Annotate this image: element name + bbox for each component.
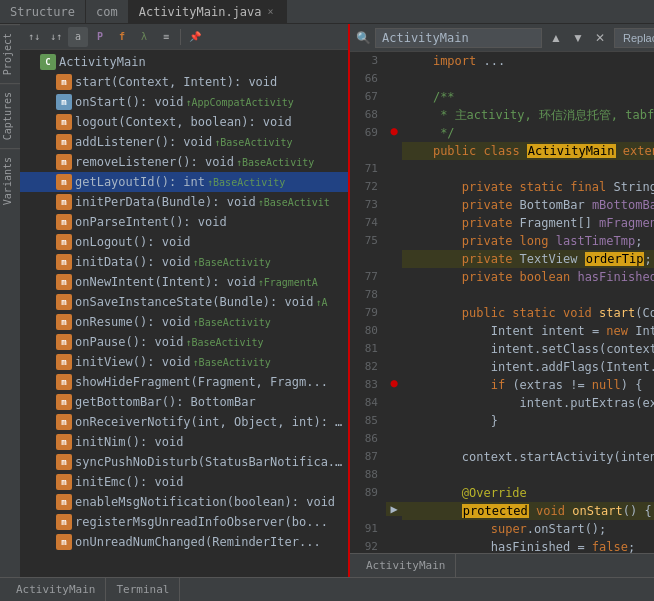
line-gutter: ● [386, 124, 402, 138]
modifier-tag: ↑A [315, 297, 327, 308]
side-tab-captures[interactable]: Captures [0, 83, 20, 148]
bottom-tab-terminal[interactable]: Terminal [106, 578, 180, 601]
tree-item[interactable]: m initEmc(): void [20, 472, 348, 492]
method-icon: m [56, 314, 72, 330]
tree-item[interactable]: m start(Context, Intent): void [20, 72, 348, 92]
line-number: 89 [350, 484, 386, 502]
search-close-btn[interactable]: ✕ [590, 28, 610, 48]
code-line: 82 intent.addFlags(Intent.FLAG_AC [350, 358, 654, 376]
line-content: } [402, 412, 654, 430]
pin-btn[interactable]: 📌 [185, 27, 205, 47]
search-prev-btn[interactable]: ▲ [546, 28, 566, 48]
line-content: * 主activity, 环信消息托管, tabfragment [402, 106, 654, 124]
tree-item[interactable]: m registerMsgUnreadInfoObserver(bo... [20, 512, 348, 532]
method-icon: m [56, 414, 72, 430]
tree-item[interactable]: m onSaveInstanceState(Bundle): void ↑A [20, 292, 348, 312]
show-fields-btn[interactable]: a [68, 27, 88, 47]
replace-button[interactable]: Replace [614, 28, 654, 48]
tree-item[interactable]: m getBottomBar(): BottomBar [20, 392, 348, 412]
show-functions-btn[interactable]: f [112, 27, 132, 47]
bottom-tab-activitymain[interactable]: ActivityMain [356, 554, 456, 577]
code-line: 69 ● */ [350, 124, 654, 142]
code-line: 67 /** [350, 88, 654, 106]
search-nav: ▲ ▼ ✕ [546, 28, 610, 48]
tree-item[interactable]: m initNim(): void [20, 432, 348, 452]
code-line: 84 intent.putExtras(extras); [350, 394, 654, 412]
tab-structure[interactable]: Structure [0, 0, 86, 23]
tree-item[interactable]: m logout(Context, boolean): void [20, 112, 348, 132]
line-content: hasFinished = false; [402, 538, 654, 553]
tree-item[interactable]: m enableMsgNotification(boolean): void [20, 492, 348, 512]
tab-com[interactable]: com [86, 0, 129, 23]
search-next-btn[interactable]: ▼ [568, 28, 588, 48]
expand-btn[interactable]: ≡ [156, 27, 176, 47]
line-number: 77 [350, 268, 386, 286]
line-number: 69 [350, 124, 386, 142]
method-label: syncPushNoDisturb(StatusBarNotifica... [75, 455, 344, 469]
bottom-tab-activitymain2[interactable]: ActivityMain [6, 578, 106, 601]
line-content: */ [402, 124, 654, 142]
close-tab-icon[interactable]: × [266, 5, 276, 18]
tree-item[interactable]: m onPause(): void ↑BaseActivity [20, 332, 348, 352]
side-tab-project[interactable]: Project [0, 24, 20, 83]
tab-activitymain-java[interactable]: ActivityMain.java × [129, 0, 287, 23]
tree-item[interactable]: m showHideFragment(Fragment, Fragm... [20, 372, 348, 392]
tree-container[interactable]: C ActivityMain m start(Context, Intent):… [20, 50, 348, 577]
separator [180, 29, 181, 45]
line-number: 91 [350, 520, 386, 538]
line-content: context.startActivity(intent); [402, 448, 654, 466]
bottom-bar: ActivityMain [350, 553, 654, 577]
code-line: 81 intent.setClass(context, Activ [350, 340, 654, 358]
tree-item[interactable]: m onNewIntent(Intent): void ↑FragmentA [20, 272, 348, 292]
sort-alpha-desc-btn[interactable]: ↓↑ [46, 27, 66, 47]
tree-item[interactable]: m onParseIntent(): void [20, 212, 348, 232]
code-area[interactable]: 3 import ... 66 67 /** 68 [350, 52, 654, 553]
method-icon: m [56, 354, 72, 370]
sort-alpha-asc-btn[interactable]: ↑↓ [24, 27, 44, 47]
tree-item[interactable]: m removeListener(): void ↑BaseActivity [20, 152, 348, 172]
line-number: 3 [350, 52, 386, 70]
line-number: 88 [350, 466, 386, 484]
modifier-tag: ↑BaseActivity [193, 317, 271, 328]
method-icon: m [56, 494, 72, 510]
method-icon: m [56, 514, 72, 530]
method-icon: m [56, 194, 72, 210]
show-properties-btn[interactable]: P [90, 27, 110, 47]
method-label: onLogout(): void [75, 235, 191, 249]
method-icon: m [56, 254, 72, 270]
tree-item-selected[interactable]: m getLayoutId(): int ↑BaseActivity [20, 172, 348, 192]
modifier-tag: ↑BaseActivity [214, 137, 292, 148]
tree-item[interactable]: m onResume(): void ↑BaseActivity [20, 312, 348, 332]
tree-item[interactable]: m onLogout(): void [20, 232, 348, 252]
tree-item[interactable]: m onStart(): void ↑AppCompatActivity [20, 92, 348, 112]
line-number: 84 [350, 394, 386, 412]
line-content: intent.putExtras(extras); [402, 394, 654, 412]
method-label: initEmc(): void [75, 475, 183, 489]
method-label: onUnreadNumChanged(ReminderIter... [75, 535, 321, 549]
tree-item[interactable]: m initPerData(Bundle): void ↑BaseActivit [20, 192, 348, 212]
tree-item[interactable]: m initView(): void ↑BaseActivity [20, 352, 348, 372]
code-line: 3 import ... [350, 52, 654, 70]
method-label: onNewIntent(Intent): void [75, 275, 256, 289]
line-number: 83 [350, 376, 386, 394]
tree-item[interactable]: m syncPushNoDisturb(StatusBarNotifica... [20, 452, 348, 472]
line-content: private Fragment[] mFragments = ne [402, 214, 654, 232]
line-content: super.onStart(); [402, 520, 654, 538]
filter-btn[interactable]: λ [134, 27, 154, 47]
line-content: intent.setClass(context, Activ [402, 340, 654, 358]
tree-item[interactable]: m addListener(): void ↑BaseActivity [20, 132, 348, 152]
code-line: 86 [350, 430, 654, 448]
side-tab-variants[interactable]: Variants [0, 148, 20, 213]
tree-item[interactable]: m initData(): void ↑BaseActivity [20, 252, 348, 272]
class-icon: C [40, 54, 56, 70]
tree-root[interactable]: C ActivityMain [20, 52, 348, 72]
method-label: removeListener(): void [75, 155, 234, 169]
tree-item[interactable]: m onReceiverNotify(int, Object, int): vo… [20, 412, 348, 432]
tree-item[interactable]: m onUnreadNumChanged(ReminderIter... [20, 532, 348, 552]
search-input[interactable] [375, 28, 542, 48]
method-label: start(Context, Intent): void [75, 75, 277, 89]
line-number: 80 [350, 322, 386, 340]
method-icon: m [56, 334, 72, 350]
method-icon: m [56, 274, 72, 290]
method-icon: m [56, 534, 72, 550]
